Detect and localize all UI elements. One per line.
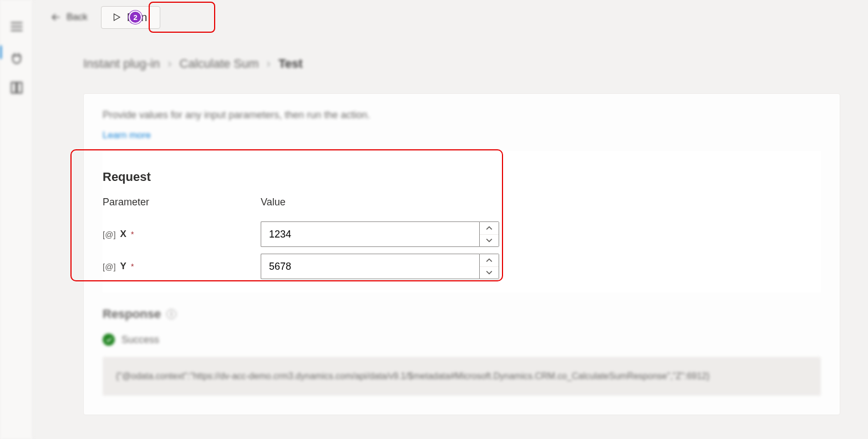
breadcrumb-current: Test [278,57,303,71]
book-icon[interactable] [6,77,28,99]
status-label: Success [121,334,159,346]
breadcrumb-item[interactable]: Calculate Sum [180,57,259,71]
back-label: Back [67,12,88,23]
param-header: Parameter [103,196,261,208]
success-icon [103,334,115,346]
play-icon [111,12,121,22]
spin-up-button[interactable] [480,254,499,267]
spin-down-button[interactable] [480,235,499,247]
request-heading: Request [103,170,821,184]
rail-active-indicator [0,46,2,59]
param-label-y: [@] Y * [103,250,261,282]
back-button[interactable]: Back [44,8,93,27]
intro-text: Provide values for any input parameters,… [103,109,821,121]
spin-down-button[interactable] [480,267,499,279]
info-icon[interactable]: i [166,309,176,319]
param-name: Y [120,261,126,272]
param-input-x[interactable] [261,221,479,247]
hamburger-menu-button[interactable] [6,16,28,38]
breadcrumb: Instant plug-in › Calculate Sum › Test [83,57,840,71]
learn-more-link[interactable]: Learn more [103,130,151,141]
chevron-right-icon: › [167,57,171,71]
param-label-x: [@] X * [103,218,261,250]
chevron-right-icon: › [267,57,271,71]
response-heading: Response i [103,307,821,321]
param-name: X [120,229,126,240]
required-asterisk: * [131,262,134,271]
callout-badge-2: 2 [129,11,142,24]
param-input-y[interactable] [261,254,479,279]
plugin-icon[interactable] [6,48,28,70]
breadcrumb-item[interactable]: Instant plug-in [83,57,160,71]
type-badge: [@] [103,230,116,239]
value-header: Value [261,196,499,208]
type-badge: [@] [103,262,116,271]
number-spinner [479,221,499,247]
response-body: {"@odata.context":"https://dv-acc-demo.c… [103,357,821,396]
number-spinner [479,254,499,279]
spin-up-button[interactable] [480,222,499,235]
required-asterisk: * [131,230,134,239]
